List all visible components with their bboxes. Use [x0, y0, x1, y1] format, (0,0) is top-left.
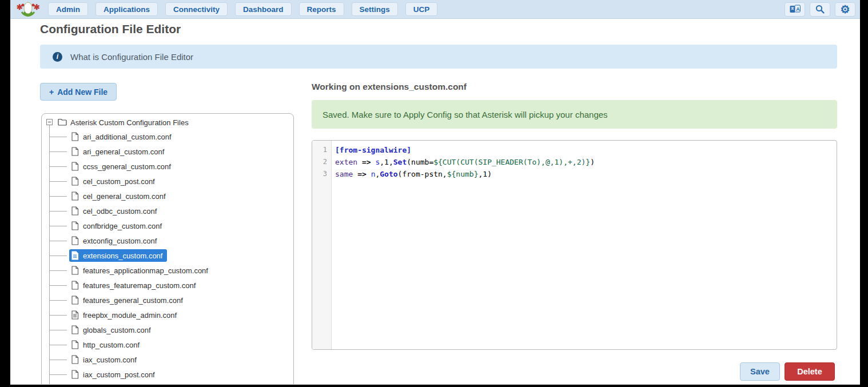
- line-number: 1: [312, 146, 331, 158]
- tree-item-label: extensions_custom.conf: [83, 252, 162, 260]
- tree-item-ari_additional_custom.conf[interactable]: ari_additional_custom.conf: [42, 129, 293, 144]
- tree-item-features_featuremap_custom.conf[interactable]: features_featuremap_custom.conf: [42, 278, 293, 293]
- nav-item-settings[interactable]: Settings: [352, 2, 398, 16]
- tree-item-pill: cel_custom_post.conf: [69, 175, 160, 187]
- nav-utility-icons: A ⚙: [785, 2, 855, 17]
- tree-item-extconfig_custom.conf[interactable]: extconfig_custom.conf: [42, 233, 293, 248]
- file-text-icon: [71, 251, 79, 260]
- gear-icon[interactable]: ⚙: [835, 2, 855, 17]
- tree-item-ccss_general_custom.conf[interactable]: ccss_general_custom.conf: [42, 159, 293, 174]
- tree-item-pill: ari_additional_custom.conf: [69, 130, 176, 143]
- tree-item-label: freepbx_module_admin.conf: [83, 311, 177, 320]
- search-icon[interactable]: [810, 2, 830, 17]
- file-text-icon: [71, 310, 79, 320]
- add-new-file-button[interactable]: + Add New File: [40, 83, 117, 101]
- tree-item-freepbx_module_admin.conf[interactable]: freepbx_module_admin.conf: [42, 308, 293, 322]
- tree-item-cel_general_custom.conf[interactable]: cel_general_custom.conf: [42, 189, 293, 204]
- freepbx-logo-icon[interactable]: ✱ ✱: [16, 1, 40, 18]
- tree-item-pill: http_custom.conf: [69, 338, 144, 351]
- file-icon: [71, 340, 79, 349]
- tree-item-pill: iax_custom_post.conf: [69, 368, 160, 381]
- info-icon: i: [53, 52, 62, 62]
- bottom-divider: [10, 384, 860, 385]
- save-button[interactable]: Save: [740, 362, 780, 381]
- tree-item-label: features_general_custom.conf: [83, 296, 183, 305]
- tree-item-cel_odbc_custom.conf[interactable]: cel_odbc_custom.conf: [42, 204, 293, 218]
- app-window: ✱ ✱ AdminApplicationsConnectivityDashboa…: [10, 0, 860, 385]
- working-on-heading: Working on extensions_custom.conf: [312, 82, 467, 92]
- tree-item-ari_general_custom.conf[interactable]: ari_general_custom.conf: [42, 144, 293, 159]
- nav-item-reports[interactable]: Reports: [299, 2, 344, 16]
- tree-root-node[interactable]: Asterisk Custom Configuration Files: [42, 115, 293, 129]
- file-icon: [71, 191, 79, 201]
- tree-item-pill: ari_general_custom.conf: [69, 145, 169, 158]
- tree-item-label: iax_custom_post.conf: [83, 370, 155, 379]
- tree-root-label: Asterisk Custom Configuration Files: [70, 118, 189, 127]
- tree-item-iax_custom_post.conf[interactable]: iax_custom_post.conf: [42, 367, 293, 382]
- tree-item-pill: features_general_custom.conf: [69, 294, 188, 306]
- tree-item-pill: ccss_general_custom.conf: [69, 160, 176, 173]
- saved-alert-text: Saved. Make sure to Apply Config so that…: [322, 110, 608, 119]
- file-icon: [71, 355, 79, 364]
- tree-item-pill: freepbx_module_admin.conf: [69, 309, 181, 321]
- nav-item-admin[interactable]: Admin: [48, 2, 88, 16]
- delete-button[interactable]: Delete: [785, 362, 835, 381]
- tree-item-label: cel_custom_post.conf: [83, 177, 155, 186]
- tree-item-pill: extconfig_custom.conf: [69, 234, 161, 247]
- nav-item-ucp[interactable]: UCP: [405, 2, 438, 16]
- line-number-gutter: 123: [312, 141, 332, 349]
- tree-item-label: features_applicationmap_custom.conf: [83, 266, 208, 275]
- tree-item-pill: features_applicationmap_custom.conf: [69, 264, 213, 277]
- svg-text:✱: ✱: [17, 3, 23, 11]
- tree-item-label: http_custom.conf: [83, 341, 140, 349]
- tree-item-iax_custom.conf[interactable]: iax_custom.conf: [42, 352, 293, 367]
- file-icon: [71, 296, 79, 305]
- nav-item-applications[interactable]: Applications: [95, 2, 158, 16]
- file-icon: [71, 325, 79, 334]
- tree-item-pill: features_featuremap_custom.conf: [69, 279, 200, 292]
- tree-item-pill: globals_custom.conf: [69, 324, 156, 336]
- tree-item-extensions_custom.conf[interactable]: extensions_custom.conf: [42, 248, 293, 263]
- tree-item-http_custom.conf[interactable]: http_custom.conf: [42, 337, 293, 352]
- code-line: [from-signalwire]: [335, 146, 837, 158]
- code-text-area[interactable]: [from-signalwire]exten => s,1,Set(numb=$…: [332, 141, 837, 349]
- collapse-expander-icon[interactable]: [46, 119, 53, 125]
- folder-icon: [58, 118, 67, 126]
- top-navbar: ✱ ✱ AdminApplicationsConnectivityDashboa…: [10, 0, 860, 19]
- tree-item-label: iax_custom.conf: [83, 356, 137, 364]
- svg-text:✱: ✱: [34, 3, 40, 11]
- tree-item-label: features_featuremap_custom.conf: [83, 281, 196, 290]
- file-icon: [71, 206, 79, 216]
- svg-text:A: A: [796, 6, 800, 12]
- tree-item-label: globals_custom.conf: [83, 326, 151, 334]
- tree-item-label: cel_general_custom.conf: [83, 192, 166, 201]
- tree-item-pill: confbridge_custom.conf: [69, 220, 166, 232]
- file-icon: [71, 177, 79, 186]
- tree-item-globals_custom.conf[interactable]: globals_custom.conf: [42, 322, 293, 337]
- tree-item-label: confbridge_custom.conf: [83, 222, 162, 230]
- saved-alert: Saved. Make sure to Apply Config so that…: [312, 100, 837, 129]
- code-line: same => n,Goto(from-pstn,${numb},1): [335, 170, 837, 182]
- editor-actions: Save Delete: [312, 362, 835, 381]
- nav-menu: AdminApplicationsConnectivityDashboardRe…: [48, 2, 437, 16]
- tree-item-features_applicationmap_custom.conf[interactable]: features_applicationmap_custom.conf: [42, 263, 293, 278]
- nav-item-connectivity[interactable]: Connectivity: [165, 2, 228, 16]
- file-icon: [71, 370, 79, 379]
- tree-item-pill: extensions_custom.conf: [69, 249, 167, 262]
- nav-item-dashboard[interactable]: Dashboard: [235, 2, 292, 16]
- line-number: 2: [312, 158, 331, 170]
- code-editor: 123 [from-signalwire]exten => s,1,Set(nu…: [312, 140, 837, 350]
- tree-item-label: ari_general_custom.conf: [83, 147, 164, 156]
- tree-item-label: cel_odbc_custom.conf: [83, 207, 157, 216]
- tree-item-cel_custom_post.conf[interactable]: cel_custom_post.conf: [42, 174, 293, 189]
- config-file-tree-panel: Asterisk Custom Configuration Files ari_…: [41, 113, 294, 385]
- tree-item-pill: cel_odbc_custom.conf: [69, 205, 161, 217]
- code-line: exten => s,1,Set(numb=${CUT(CUT(SIP_HEAD…: [335, 158, 837, 170]
- file-icon: [71, 266, 79, 275]
- tree-item-features_general_custom.conf[interactable]: features_general_custom.conf: [42, 293, 293, 308]
- tree-item-label: extconfig_custom.conf: [83, 237, 157, 245]
- translate-icon[interactable]: A: [785, 2, 805, 17]
- plus-icon: +: [49, 87, 54, 97]
- help-banner[interactable]: i What is Configuration File Editor: [40, 45, 837, 69]
- tree-item-confbridge_custom.conf[interactable]: confbridge_custom.conf: [42, 218, 293, 233]
